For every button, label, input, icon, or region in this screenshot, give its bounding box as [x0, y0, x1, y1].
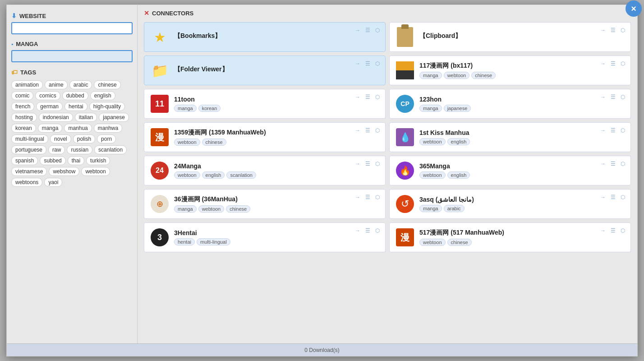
card-action-expand-bookmarks[interactable]: ⬡: [373, 26, 382, 34]
card-action-expand-517[interactable]: ⬡: [619, 227, 627, 235]
tag-high-quality[interactable]: high-quality: [89, 102, 125, 111]
tag-arabic[interactable]: arabic: [69, 80, 92, 89]
card-action-expand-3asq[interactable]: ⬡: [619, 193, 627, 201]
card-action-link-bookmarks[interactable]: →: [354, 26, 362, 34]
tag-thai[interactable]: thai: [68, 156, 84, 165]
tag-scanlation[interactable]: scanlation: [94, 145, 127, 154]
card-action-link-117[interactable]: →: [599, 60, 607, 68]
card-action-list-folder-viewer[interactable]: ☰: [363, 60, 372, 68]
tag-italian[interactable]: italian: [75, 113, 97, 122]
tag-korean[interactable]: korean: [11, 124, 36, 133]
connector-card-1stkiss[interactable]: 💧 1st Kiss Manhua webtoonenglish → ☰ ⬡: [389, 122, 631, 152]
tag-webshow[interactable]: webshow: [49, 167, 79, 176]
connector-tag: webtoon: [419, 171, 446, 179]
card-action-list-11toon[interactable]: ☰: [363, 93, 372, 101]
card-action-link-3hentai[interactable]: →: [354, 227, 362, 235]
tag-novel[interactable]: novel: [50, 134, 71, 143]
tag-yaoi[interactable]: yaoi: [44, 178, 62, 187]
connector-card-clipboard[interactable]: 【Clipboard】 → ☰ ⬡: [389, 22, 631, 52]
connector-card-bookmarks[interactable]: ★ 【Bookmarks】 → ☰ ⬡: [144, 22, 386, 52]
tag-manhwa[interactable]: manhwa: [94, 124, 122, 133]
tag-hentai[interactable]: hentai: [64, 102, 87, 111]
connector-card-folder-viewer[interactable]: 📁 【Folder Viewer】 → ☰ ⬡: [144, 56, 386, 85]
card-action-expand-1stkiss[interactable]: ⬡: [619, 126, 627, 134]
card-action-expand-1359[interactable]: ⬡: [373, 126, 382, 134]
manga-search-input[interactable]: [11, 50, 133, 62]
tag-portuguese[interactable]: portuguese: [11, 145, 46, 154]
card-action-list-123hon[interactable]: ☰: [609, 93, 617, 101]
tag-subbed[interactable]: subbed: [40, 156, 65, 165]
card-action-expand-117[interactable]: ⬡: [619, 60, 627, 68]
card-action-link-36manhua[interactable]: →: [354, 193, 362, 201]
card-action-expand-clipboard[interactable]: ⬡: [619, 26, 627, 34]
card-action-link-clipboard[interactable]: →: [599, 26, 607, 34]
connector-card-11toon[interactable]: 11 11toon mangakorean → ☰ ⬡: [144, 89, 386, 119]
tag-russian[interactable]: russian: [67, 145, 92, 154]
card-action-expand-folder-viewer[interactable]: ⬡: [373, 60, 382, 68]
tag-japanese[interactable]: japanese: [99, 113, 129, 122]
card-action-list-1stkiss[interactable]: ☰: [609, 126, 617, 134]
card-action-link-517[interactable]: →: [599, 227, 607, 235]
card-action-expand-365manga[interactable]: ⬡: [619, 160, 627, 168]
tag-polish[interactable]: polish: [73, 134, 95, 143]
card-action-list-36manhua[interactable]: ☰: [363, 193, 372, 201]
tag-indonesian[interactable]: indonesian: [39, 113, 73, 122]
card-action-link-folder-viewer[interactable]: →: [354, 60, 362, 68]
card-action-list-365manga[interactable]: ☰: [609, 160, 617, 168]
tag-english[interactable]: english: [90, 91, 115, 100]
tag-manhua[interactable]: manhua: [64, 124, 92, 133]
tag-comic[interactable]: comic: [11, 91, 33, 100]
card-action-list-1359[interactable]: ☰: [363, 126, 372, 134]
card-action-list-clipboard[interactable]: ☰: [609, 26, 617, 34]
tag-comics[interactable]: comics: [35, 91, 60, 100]
connector-card-117[interactable]: 117漫画网 (bx117) mangawebtoonchinese → ☰ ⬡: [389, 56, 631, 85]
card-action-list-3hentai[interactable]: ☰: [363, 227, 372, 235]
connector-card-3hentai[interactable]: 3 3Hentai hentaimulti-lingual → ☰ ⬡: [144, 222, 386, 252]
connector-title-24manga: 24Manga: [174, 162, 380, 170]
tag-webtoons[interactable]: webtoons: [11, 178, 42, 187]
tag-manga[interactable]: manga: [38, 124, 63, 133]
tag-animation[interactable]: animation: [11, 80, 43, 89]
card-action-list-3asq[interactable]: ☰: [609, 193, 617, 201]
tag-porn[interactable]: porn: [97, 134, 116, 143]
card-action-link-24manga[interactable]: →: [354, 160, 362, 168]
tag-hosting[interactable]: hosting: [11, 113, 37, 122]
tag-raw[interactable]: raw: [48, 145, 65, 154]
tag-dubbed[interactable]: dubbed: [62, 91, 88, 100]
tag-chinese[interactable]: chinese: [94, 80, 120, 89]
tag-webtoon[interactable]: webtoon: [81, 167, 110, 176]
card-action-link-123hon[interactable]: →: [599, 93, 607, 101]
card-action-list-bookmarks[interactable]: ☰: [363, 26, 372, 34]
card-action-list-24manga[interactable]: ☰: [363, 160, 372, 168]
connector-card-365manga[interactable]: 🔥 365Manga webtoonenglish → ☰ ⬡: [389, 156, 631, 185]
tag-vietnamese[interactable]: vietnamese: [11, 167, 47, 176]
card-action-list-117[interactable]: ☰: [609, 60, 617, 68]
connector-card-1359[interactable]: 漫 1359漫画网 (1359 ManhuaWeb) webtoonchines…: [144, 122, 386, 152]
card-action-expand-24manga[interactable]: ⬡: [373, 160, 382, 168]
card-action-list-517[interactable]: ☰: [609, 227, 617, 235]
card-action-link-11toon[interactable]: →: [354, 93, 362, 101]
website-search-input[interactable]: [11, 22, 133, 34]
tag-multi-lingual[interactable]: multi-lingual: [11, 134, 48, 143]
card-action-link-3asq[interactable]: →: [599, 193, 607, 201]
connector-card-3asq[interactable]: ↺ 3asq (مانجا العاشق) mangaarabic → ☰ ⬡: [389, 189, 631, 219]
card-action-expand-36manhua[interactable]: ⬡: [373, 193, 382, 201]
card-action-link-1stkiss[interactable]: →: [599, 126, 607, 134]
card-action-link-365manga[interactable]: →: [599, 160, 607, 168]
tag-french[interactable]: french: [11, 102, 34, 111]
connector-card-36manhua[interactable]: ⊕ 36漫画网 (36ManHua) mangawebtoonchinese →…: [144, 189, 386, 219]
tag-spanish[interactable]: spanish: [11, 156, 38, 165]
connector-card-517[interactable]: 漫 517漫画网 (517 ManhuaWeb) webtoonchinese …: [389, 222, 631, 252]
card-action-link-1359[interactable]: →: [354, 126, 362, 134]
card-action-expand-11toon[interactable]: ⬡: [373, 93, 382, 101]
connector-card-123hon[interactable]: CP 123hon mangajapanese → ☰ ⬡: [389, 89, 631, 119]
close-button[interactable]: ×: [626, 0, 642, 17]
tag-anime[interactable]: anime: [45, 80, 68, 89]
connector-card-24manga[interactable]: 24 24Manga webtoonenglishscanlation → ☰ …: [144, 156, 386, 185]
card-action-expand-3hentai[interactable]: ⬡: [373, 227, 382, 235]
card-action-expand-123hon[interactable]: ⬡: [619, 93, 627, 101]
tag-turkish[interactable]: turkish: [86, 156, 110, 165]
connector-icon-1stkiss: 💧: [395, 127, 415, 147]
tag-german[interactable]: german: [36, 102, 63, 111]
connector-tags-11toon: mangakorean: [174, 105, 380, 112]
